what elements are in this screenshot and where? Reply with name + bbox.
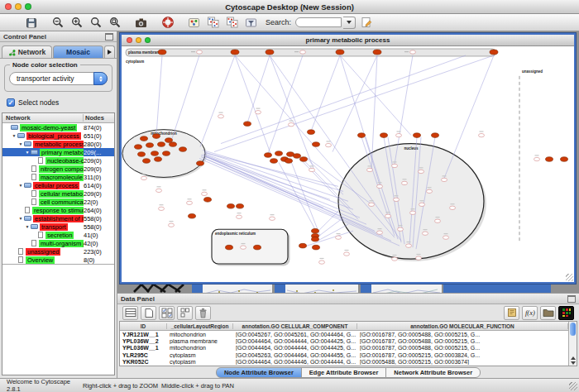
background-window-fragment[interactable] (203, 284, 272, 293)
attribute-table-header[interactable]: ID_cellularLayoutRegionannotation.GO CEL… (120, 322, 568, 331)
tree-row-cell-communicat[interactable]: cell communicat22(0) (2, 198, 114, 206)
close-icon[interactable] (127, 37, 132, 43)
maximize-icon[interactable] (25, 3, 31, 10)
search-dropdown-button[interactable] (343, 17, 356, 29)
color-attribute-select[interactable]: transporter activity (9, 72, 108, 85)
import-attributes-button[interactable] (540, 306, 556, 320)
tree-col-network[interactable]: Network (2, 114, 84, 122)
select-attributes-button[interactable] (159, 306, 175, 320)
tab-network-attribute-browser[interactable]: Network Attribute Browser (385, 367, 481, 378)
unselect-attributes-button[interactable] (177, 306, 193, 320)
network-graph[interactable]: plasma membranecytoplasmendoplasmic reti… (122, 46, 574, 282)
background-window-fragment[interactable] (132, 283, 187, 293)
tree-row-metabolic-process[interactable]: ▼metabolic process280(0) (2, 140, 114, 148)
float-panel-icon[interactable] (105, 33, 113, 41)
minimize-icon[interactable] (136, 37, 141, 43)
background-window-fragment[interactable] (285, 284, 358, 293)
scroll-down-icon[interactable] (571, 361, 576, 365)
tree-row-overview[interactable]: Overview8(0) (2, 256, 114, 264)
graph-node (300, 157, 308, 162)
background-window-fragment[interactable] (361, 284, 371, 293)
tree-row-response-to-stimulu[interactable]: response to stimulu264(0) (2, 206, 114, 214)
select-nodes-checkbox[interactable]: ✓ (7, 98, 15, 107)
filters-button[interactable] (242, 16, 260, 29)
network-canvas[interactable]: plasma membranecytoplasmendoplasmic reti… (122, 46, 574, 282)
tree-row-establishment-of-lo[interactable]: ▼establishment of lo558(0) (2, 214, 114, 222)
merge-networks-button[interactable] (204, 16, 222, 29)
expander-icon[interactable]: ▼ (17, 141, 24, 146)
attribute-table-rows: YJR121W__1mitochondrion[GO:0045267, GO:0… (120, 331, 568, 366)
tab-mosaic[interactable]: Mosaic (53, 45, 103, 58)
tree-row-multi-organism-pro[interactable]: multi-organism pro42(0) (2, 239, 114, 247)
tree-row-mosaic-demo-yeast[interactable]: mosaic-demo-yeast874(0) (2, 123, 114, 131)
heatmap-view-button[interactable] (558, 306, 574, 320)
zoom-in-button[interactable] (68, 16, 85, 29)
more-tabs-button[interactable] (104, 45, 115, 58)
close-icon[interactable] (5, 3, 12, 10)
formula-builder-button[interactable]: f(x) (522, 306, 538, 320)
expander-icon[interactable]: ▼ (24, 150, 31, 155)
table-row[interactable]: YPL036W__1mitochondrion[GO:0044464, GO:0… (120, 345, 568, 351)
attribute-history-button[interactable] (504, 306, 519, 320)
background-window-fragment[interactable] (192, 284, 203, 293)
graph-node-empty (326, 143, 332, 146)
node-count: 280(0) (84, 141, 114, 148)
expander-icon[interactable]: ▼ (17, 183, 24, 188)
table-row[interactable]: YPL036W__2plasma membrane[GO:0044464, GO… (120, 337, 568, 344)
app-resize-grip[interactable] (569, 382, 577, 390)
table-row[interactable]: YKR052Ccytoplasm[GO:0044464, GO:0044446,… (120, 359, 568, 366)
tab-network[interactable]: Network (2, 45, 52, 58)
maximize-icon[interactable] (145, 37, 151, 43)
modify-attributes-button[interactable] (122, 306, 138, 320)
scrollbar-thumb[interactable] (570, 323, 576, 336)
network-window-titlebar: primary metabolic process (122, 35, 574, 46)
expander-icon[interactable]: ▼ (24, 224, 31, 229)
tree-row-unassigned[interactable]: unassigned223(0) (2, 247, 114, 256)
tab-node-attribute-browser[interactable]: Node Attribute Browser (216, 367, 302, 378)
float-panel-icon[interactable] (567, 295, 576, 303)
scroll-up-icon[interactable] (571, 356, 576, 360)
column-header[interactable]: ID (120, 323, 167, 329)
zoom-fit-button[interactable] (87, 16, 104, 29)
background-window-fragment[interactable] (443, 284, 551, 293)
tree-row-transport[interactable]: ▼transport558(0) (2, 222, 114, 231)
tree-row-nucleobase-co[interactable]: nucleobase-co209(0) (2, 156, 114, 165)
tab-edge-attribute-browser[interactable]: Edge Attribute Browser (301, 367, 386, 378)
background-window-fragment[interactable] (275, 284, 285, 293)
new-attribute-button[interactable] (141, 306, 156, 320)
column-header[interactable]: annotation.GO MOLECULAR_FUNCTION (357, 323, 568, 329)
snapshot-button[interactable] (132, 16, 150, 29)
column-header[interactable]: annotation.GO CELLULAR_COMPONENT (233, 323, 357, 329)
tree-row-cellular-process[interactable]: ▼cellular process614(0) (2, 181, 114, 189)
annotation-button[interactable] (357, 16, 375, 29)
table-scrollbar[interactable] (568, 322, 577, 366)
expander-icon[interactable]: ▼ (17, 216, 24, 221)
node-count: 209(0) (84, 157, 114, 165)
tree-row-secretion[interactable]: secretion41(0) (2, 231, 114, 239)
minimize-icon[interactable] (15, 3, 22, 10)
merge-networks-alt-button[interactable] (223, 16, 241, 29)
birds-eye-view[interactable] (2, 264, 114, 375)
zoom-out-button[interactable] (49, 16, 66, 29)
open-session-button[interactable] (3, 16, 21, 29)
save-session-button[interactable] (22, 16, 40, 29)
tree-col-nodes[interactable]: Nodes (84, 114, 114, 122)
tree-row-biological-process[interactable]: ▼biological_process651(0) (2, 131, 114, 140)
delete-attribute-button[interactable] (195, 306, 211, 320)
background-window-fragment[interactable] (371, 284, 442, 293)
column-header[interactable]: _cellularLayoutRegion (167, 323, 233, 329)
window-resize-grip[interactable] (566, 274, 573, 281)
table-row[interactable]: YJR121W__1mitochondrion[GO:0045267, GO:0… (120, 331, 568, 337)
search-input[interactable] (295, 17, 342, 27)
tree-row-nitrogen-compo[interactable]: nitrogen compo209(0) (2, 165, 114, 173)
tree-row-cellular-metabo[interactable]: cellular metabo209(0) (2, 189, 114, 198)
table-row[interactable]: YDR039C__1mitochondrion[GO:0044464, GO:0… (120, 366, 568, 366)
zoom-selected-button[interactable] (106, 16, 123, 29)
help-button[interactable] (159, 16, 176, 29)
table-row[interactable]: YLR295Ccytoplasm[GO:0045263, GO:0044464,… (120, 351, 568, 358)
tree-label: macromolecule (39, 174, 84, 181)
tree-row-primary-metabolic-process[interactable]: ▼primary metabolic process209(... (2, 148, 114, 156)
tree-row-macromolecule[interactable]: macromolecule311(0) (2, 173, 114, 181)
expander-icon[interactable]: ▼ (11, 133, 17, 138)
vizmapper-button[interactable] (185, 16, 203, 29)
